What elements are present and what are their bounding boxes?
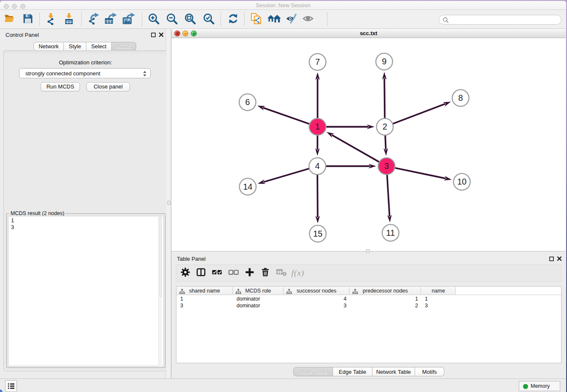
fx-icon: f(x) — [292, 268, 304, 278]
graph-node-6[interactable]: 6 — [239, 94, 256, 111]
export-table-icon[interactable] — [104, 12, 117, 27]
open-session-icon[interactable] — [3, 12, 16, 27]
table-cell: 2 — [350, 303, 418, 309]
close-panel-icon[interactable] — [159, 32, 164, 37]
gear-icon[interactable] — [180, 267, 190, 279]
save-session-icon[interactable] — [22, 13, 34, 26]
node-label: 3 — [384, 161, 389, 171]
graph-node-1[interactable]: 1 — [309, 119, 326, 135]
zoom-selected-icon[interactable] — [202, 12, 215, 27]
toolbar-separator — [142, 13, 142, 26]
tab-motifs[interactable]: Motifs — [415, 367, 444, 376]
edge-3-10[interactable] — [387, 166, 446, 179]
toolbar-separator — [39, 13, 40, 26]
network-resize-handle[interactable] — [366, 249, 370, 253]
search-box[interactable] — [439, 15, 561, 25]
float-panel-icon[interactable] — [549, 257, 554, 261]
status-bar: Memory — [0, 378, 566, 392]
import-network-icon[interactable] — [45, 12, 57, 27]
vertical-splitter[interactable] — [166, 29, 171, 379]
trash-icon[interactable] — [260, 267, 270, 279]
table-cell: 3 — [180, 303, 233, 309]
home-icon[interactable] — [267, 13, 281, 26]
search-input[interactable] — [450, 16, 558, 24]
graph-node-7[interactable]: 7 — [309, 54, 326, 71]
node-table: shared nameMCDS rolesuccessor nodesprede… — [176, 286, 561, 363]
tab-mcds[interactable]: MCDS — [112, 42, 136, 51]
split-columns-icon[interactable] — [196, 267, 206, 279]
tab-style[interactable]: Style — [64, 42, 86, 51]
close-panel-button[interactable]: Close panel — [86, 82, 130, 91]
column-header-name[interactable]: name — [421, 287, 456, 295]
memory-label: Memory — [531, 383, 550, 389]
column-header-MCDS-role[interactable]: MCDS role — [233, 287, 284, 295]
plus-icon[interactable] — [245, 267, 255, 279]
fit-content-icon[interactable] — [184, 12, 196, 27]
table-row[interactable]: 3dominator323 — [176, 302, 561, 309]
tab-select[interactable]: Select — [86, 42, 112, 51]
zoom-in-icon[interactable] — [147, 12, 160, 27]
close-panel-icon[interactable] — [557, 256, 562, 261]
export-image-icon[interactable] — [122, 12, 135, 27]
mcds-tab-panel: Optimization criterion: strongly connect… — [3, 50, 168, 371]
tab-edge-table[interactable]: Edge Table — [333, 367, 372, 376]
graph-node-9[interactable]: 9 — [376, 53, 393, 70]
control-panel-tabs: NetworkStyleSelectMCDS — [33, 42, 136, 51]
edge-3-1[interactable] — [332, 135, 386, 166]
tab-network[interactable]: Network — [33, 42, 64, 51]
table-cell: dominator — [237, 296, 284, 302]
node-label: 9 — [382, 57, 386, 66]
optimization-criterion-label: Optimization criterion: — [4, 59, 167, 66]
node-label: 1 — [315, 122, 320, 131]
run-mcds-button[interactable]: Run MCDS — [41, 82, 80, 91]
control-panel: Control Panel NetworkStyleSelectMCDS Opt… — [0, 29, 166, 379]
graph-node-2[interactable]: 2 — [377, 119, 394, 135]
graph-node-10[interactable]: 10 — [454, 174, 471, 190]
memory-status-icon — [523, 384, 528, 389]
graph-node-15[interactable]: 15 — [309, 225, 326, 242]
clone-network-icon[interactable] — [250, 12, 262, 27]
column-header-successor-nodes[interactable]: successor nodes — [284, 287, 350, 295]
refresh-icon[interactable] — [227, 13, 239, 26]
edge-2-8[interactable] — [385, 104, 446, 127]
criterion-select[interactable]: strongly connected component — [19, 68, 151, 78]
tab-node-table[interactable]: Node Table — [293, 367, 333, 376]
column-header-shared-name[interactable]: shared name — [176, 287, 233, 295]
checkbox-checked-pair-icon[interactable] — [212, 267, 223, 279]
table-header-row: shared nameMCDS rolesuccessor nodesprede… — [176, 287, 561, 295]
mcds-result-title: MCDS result (2 nodes) — [9, 210, 66, 216]
cytoscape-window: Session: New Session Control Panel Netwo… — [0, 1, 566, 392]
app-titlebar: Session: New Session — [0, 1, 566, 10]
column-resize-handle[interactable] — [455, 287, 456, 294]
graph-node-8[interactable]: 8 — [452, 90, 469, 107]
show-details-icon[interactable] — [302, 14, 315, 25]
table-row[interactable]: 1dominator411 — [176, 295, 561, 302]
task-history-button[interactable] — [5, 380, 17, 392]
tab-network-table[interactable]: Network Table — [372, 367, 415, 376]
float-panel-icon[interactable] — [151, 33, 156, 37]
result-scrollbar[interactable] — [158, 217, 162, 366]
node-label: 2 — [383, 122, 387, 131]
memory-button[interactable]: Memory — [519, 381, 560, 391]
toolbar-separator — [220, 13, 221, 26]
mcds-result-textarea[interactable]: 1 3 — [8, 216, 164, 366]
table-panel-title: Table Panel — [177, 256, 206, 262]
graph-node-4[interactable]: 4 — [309, 158, 326, 175]
toolbar-separator — [81, 13, 82, 26]
column-header-label: MCDS role — [233, 288, 284, 294]
export-network-icon[interactable] — [87, 12, 99, 27]
node-label: 7 — [315, 57, 320, 66]
network-graph[interactable]: 1234678910111415 — [171, 38, 566, 251]
import-table-icon[interactable] — [63, 12, 75, 27]
toolbar-separator — [327, 13, 328, 26]
table-toolbar: f(x) — [176, 265, 561, 282]
graph-node-14[interactable]: 14 — [239, 178, 256, 195]
zoom-out-icon[interactable] — [165, 12, 178, 27]
graph-node-3[interactable]: 3 — [378, 158, 395, 175]
graph-node-11[interactable]: 11 — [382, 224, 399, 241]
checkbox-unchecked-pair-icon[interactable] — [228, 267, 239, 279]
column-header-predecessor-nodes[interactable]: predecessor nodes — [350, 287, 421, 295]
splitter-handle[interactable] — [167, 201, 171, 205]
hide-details-icon[interactable] — [285, 13, 299, 26]
node-label: 8 — [458, 93, 463, 102]
